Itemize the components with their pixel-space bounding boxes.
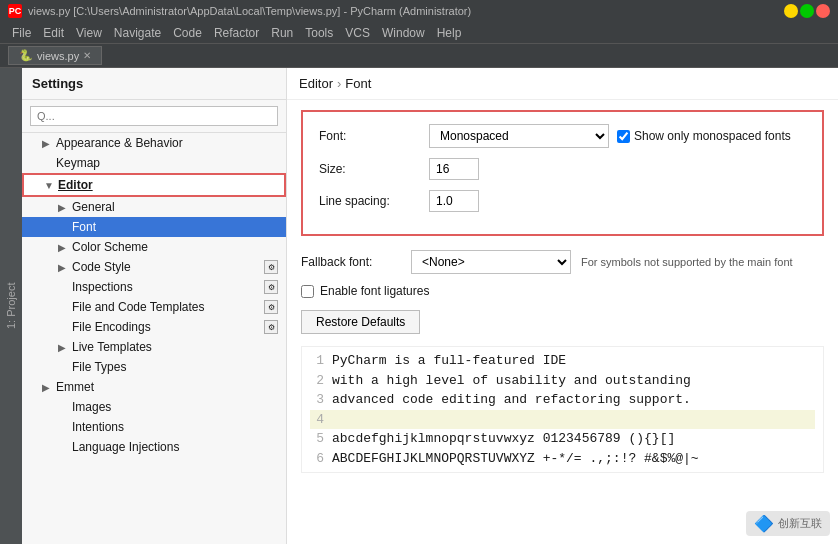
nav-label: File Encodings — [72, 320, 151, 334]
watermark: 🔷 创新互联 — [746, 511, 830, 536]
minimize-button[interactable] — [784, 4, 798, 18]
arrow-icon: ▶ — [58, 262, 72, 273]
settings-search-input[interactable] — [30, 106, 278, 126]
nav-label: Editor — [58, 178, 93, 192]
nav-tree: ▶ Appearance & Behavior Keymap ▼ Editor … — [22, 133, 286, 544]
size-label: Size: — [319, 162, 429, 176]
sidebar-item-livetemplates[interactable]: ▶ Live Templates — [22, 337, 286, 357]
nav-label: Intentions — [72, 420, 124, 434]
size-input[interactable] — [429, 158, 479, 180]
menu-refactor[interactable]: Refactor — [208, 24, 265, 42]
tab-icon: 🐍 — [19, 49, 33, 62]
nav-label: Code Style — [72, 260, 131, 274]
breadcrumb-editor: Editor — [299, 76, 333, 91]
breadcrumb-font: Font — [345, 76, 371, 91]
preview-line-3: 3 advanced code editing and refactoring … — [310, 390, 815, 410]
font-label: Font: — [319, 129, 429, 143]
menu-file[interactable]: File — [6, 24, 37, 42]
font-preview: 1 PyCharm is a full-featured IDE 2 with … — [301, 346, 824, 473]
sidebar-item-general[interactable]: ▶ General — [22, 197, 286, 217]
monospaced-checkbox[interactable] — [617, 130, 630, 143]
arrow-icon: ▶ — [42, 138, 56, 149]
project-panel-label[interactable]: 1: Project — [0, 68, 22, 544]
size-control — [429, 158, 479, 180]
main-content: 1: Project Settings ▶ Appearance & Behav… — [0, 68, 838, 544]
maximize-button[interactable] — [800, 4, 814, 18]
nav-label: Keymap — [56, 156, 100, 170]
arrow-icon: ▶ — [58, 242, 72, 253]
tab-bar: 🐍 views.py ✕ — [0, 44, 838, 68]
sidebar-item-inspections[interactable]: Inspections ⚙ — [22, 277, 286, 297]
fallback-label: Fallback font: — [301, 255, 411, 269]
size-row: Size: — [319, 158, 806, 180]
sidebar-item-languageinjections[interactable]: Language Injections — [22, 437, 286, 457]
close-button[interactable] — [816, 4, 830, 18]
search-box — [22, 100, 286, 133]
preview-line-2: 2 with a high level of usability and out… — [310, 371, 815, 391]
fileencodings-icon: ⚙ — [264, 320, 278, 334]
restore-defaults-button[interactable]: Restore Defaults — [301, 310, 420, 334]
menu-help[interactable]: Help — [431, 24, 468, 42]
ligatures-label: Enable font ligatures — [320, 284, 429, 298]
nav-label: Inspections — [72, 280, 133, 294]
preview-line-1: 1 PyCharm is a full-featured IDE — [310, 351, 815, 371]
menu-code[interactable]: Code — [167, 24, 208, 42]
inspections-icon: ⚙ — [264, 280, 278, 294]
menu-view[interactable]: View — [70, 24, 108, 42]
arrow-icon: ▶ — [42, 382, 56, 393]
sidebar-item-images[interactable]: Images — [22, 397, 286, 417]
nav-label: Color Scheme — [72, 240, 148, 254]
font-dropdown[interactable]: Monospaced Consolas Courier New DejaVu S… — [429, 124, 609, 148]
sidebar-item-keymap[interactable]: Keymap — [22, 153, 286, 173]
sidebar-item-intentions[interactable]: Intentions — [22, 417, 286, 437]
monospaced-checkbox-row: Show only monospaced fonts — [617, 129, 791, 143]
nav-label: File Types — [72, 360, 126, 374]
menu-edit[interactable]: Edit — [37, 24, 70, 42]
fallback-hint: For symbols not supported by the main fo… — [581, 256, 793, 268]
arrow-icon: ▶ — [58, 202, 72, 213]
sidebar-item-filetypes[interactable]: File Types — [22, 357, 286, 377]
settings-nav: Settings ▶ Appearance & Behavior Keymap … — [22, 68, 287, 544]
nav-label: Live Templates — [72, 340, 152, 354]
line-spacing-input[interactable] — [429, 190, 479, 212]
breadcrumb: Editor › Font — [287, 68, 838, 100]
sidebar-item-codestyle[interactable]: ▶ Code Style ⚙ — [22, 257, 286, 277]
title-bar: PC views.py [C:\Users\Administrator\AppD… — [0, 0, 838, 22]
tab-label: views.py — [37, 50, 79, 62]
window-title: views.py [C:\Users\Administrator\AppData… — [28, 5, 784, 17]
fallback-font-row: Fallback font: <None> For symbols not su… — [301, 250, 824, 274]
preview-line-5: 5 abcdefghijklmnopqrstuvwxyz 0123456789 … — [310, 429, 815, 449]
sidebar-item-fileencodings[interactable]: File Encodings ⚙ — [22, 317, 286, 337]
font-row: Font: Monospaced Consolas Courier New De… — [319, 124, 806, 148]
font-control: Monospaced Consolas Courier New DejaVu S… — [429, 124, 791, 148]
sidebar-item-colorscheme[interactable]: ▶ Color Scheme — [22, 237, 286, 257]
menu-window[interactable]: Window — [376, 24, 431, 42]
tab-close-icon[interactable]: ✕ — [83, 50, 91, 61]
fallback-dropdown[interactable]: <None> — [411, 250, 571, 274]
menu-navigate[interactable]: Navigate — [108, 24, 167, 42]
line-spacing-row: Line spacing: — [319, 190, 806, 212]
sidebar-item-emmet[interactable]: ▶ Emmet — [22, 377, 286, 397]
code-style-icon: ⚙ — [264, 260, 278, 274]
nav-label: Emmet — [56, 380, 94, 394]
arrow-icon: ▼ — [44, 180, 58, 191]
watermark-icon: 🔷 — [754, 514, 774, 533]
menu-run[interactable]: Run — [265, 24, 299, 42]
watermark-text: 创新互联 — [778, 516, 822, 531]
font-panel: Font: Monospaced Consolas Courier New De… — [287, 100, 838, 544]
settings-dialog-title: Settings — [22, 68, 286, 100]
sidebar-item-editor[interactable]: ▼ Editor — [22, 173, 286, 197]
breadcrumb-sep: › — [337, 76, 341, 91]
sidebar-item-appearance[interactable]: ▶ Appearance & Behavior — [22, 133, 286, 153]
tab-views-py[interactable]: 🐍 views.py ✕ — [8, 46, 102, 65]
sidebar-item-font[interactable]: Font — [22, 217, 286, 237]
monospaced-label: Show only monospaced fonts — [634, 129, 791, 143]
fileandcode-icon: ⚙ — [264, 300, 278, 314]
menu-tools[interactable]: Tools — [299, 24, 339, 42]
ligatures-row: Enable font ligatures — [301, 284, 824, 298]
sidebar-item-fileandcode[interactable]: File and Code Templates ⚙ — [22, 297, 286, 317]
nav-label: Language Injections — [72, 440, 179, 454]
menu-vcs[interactable]: VCS — [339, 24, 376, 42]
nav-label: Font — [72, 220, 96, 234]
ligatures-checkbox[interactable] — [301, 285, 314, 298]
